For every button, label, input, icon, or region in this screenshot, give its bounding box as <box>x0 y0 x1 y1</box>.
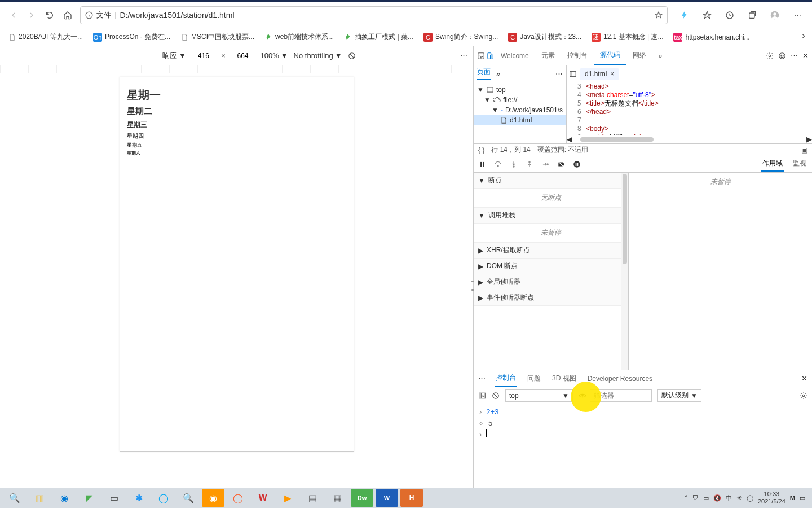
feedback-icon[interactable] <box>778 52 786 60</box>
hbuilder-icon[interactable]: H <box>400 489 423 507</box>
step-out-icon[interactable] <box>526 160 533 168</box>
acc-event-bp[interactable]: ▶事件侦听器断点 <box>474 290 628 306</box>
bookmarks-overflow-icon[interactable] <box>800 32 807 42</box>
edge-browser-icon[interactable]: ◉ <box>53 489 76 507</box>
tray-up-icon[interactable]: ˄ <box>685 494 688 502</box>
tray-app-icon[interactable]: ◯ <box>747 494 753 502</box>
tab-overflow[interactable]: » <box>653 46 668 65</box>
drawer-tab-console[interactable]: 控制台 <box>495 370 517 387</box>
acc-callstack[interactable]: ▼调用堆栈 <box>474 208 628 224</box>
context-select[interactable]: top▼ <box>505 389 573 402</box>
inspect-icon[interactable] <box>477 52 485 60</box>
responsive-select[interactable]: 响应 ▼ <box>162 51 186 61</box>
bookmark-item[interactable]: CJava设计模式：23... <box>505 30 585 43</box>
dreamweaver-icon[interactable]: Dw <box>351 489 373 507</box>
format-button[interactable]: { } <box>478 146 484 154</box>
bookmark-item[interactable]: CSwing简介：Swing... <box>420 30 501 43</box>
taskbar-clock[interactable]: 10:332021/5/24 <box>758 491 785 505</box>
clear-console-icon[interactable] <box>492 392 500 400</box>
live-expression-icon[interactable] <box>579 392 586 400</box>
zoom-select[interactable]: 100% ▼ <box>260 51 288 60</box>
app-icon-7[interactable]: ◯ <box>227 489 249 507</box>
acc-listeners[interactable]: ▶全局侦听器 <box>474 274 628 290</box>
app-icon-4[interactable]: ◯ <box>152 489 175 507</box>
app-icon-5[interactable]: 🔍 <box>177 489 200 507</box>
tray-volume-icon[interactable]: 🔇 <box>713 494 721 502</box>
viewport-height-input[interactable] <box>231 50 254 62</box>
tray-ime-icon[interactable]: 中 <box>726 494 732 502</box>
tab-scope[interactable]: 作用域 <box>761 156 784 172</box>
profile-avatar[interactable] <box>765 6 785 24</box>
bookmark-item[interactable]: 2020BAJT等九大一... <box>5 30 86 43</box>
acc-breakpoints[interactable]: ▼断点 <box>474 173 628 189</box>
bookmark-item[interactable]: taxhttpsetax.henan.chi... <box>670 30 753 43</box>
rendered-page[interactable]: 星期一 星期二 星期三 星期四 星期五 星期六 <box>120 77 354 452</box>
app-icon-3[interactable]: ✱ <box>127 489 150 507</box>
throttling-select[interactable]: No throttling ▼ <box>294 51 342 60</box>
nav-back-button[interactable] <box>5 6 23 24</box>
deactivate-bp-icon[interactable] <box>557 160 565 168</box>
rotate-icon[interactable] <box>348 52 356 60</box>
step-into-icon[interactable] <box>510 160 518 168</box>
acc-dom[interactable]: ▶DOM 断点 <box>474 259 628 274</box>
drawer-tab-issues[interactable]: 问题 <box>526 371 542 386</box>
site-info-icon[interactable] <box>85 11 93 19</box>
console-sidebar-icon[interactable] <box>478 392 486 400</box>
device-menu-icon[interactable]: ⋯ <box>460 51 467 60</box>
file-tree[interactable]: ▼top ▼file:// ▼D:/work/java1501/s d1.htm… <box>474 82 566 143</box>
nav-forward-button[interactable] <box>23 6 41 24</box>
acc-xhr[interactable]: ▶XHR/提取断点 <box>474 243 628 259</box>
tab-watch[interactable]: 监视 <box>792 156 807 172</box>
pause-icon[interactable] <box>478 160 486 168</box>
page-nav-menu-icon[interactable]: ⋯ <box>555 69 563 78</box>
tab-network[interactable]: 网络 <box>627 46 652 65</box>
app-icon-6[interactable]: ◉ <box>202 489 224 507</box>
device-toggle-icon[interactable] <box>486 52 494 60</box>
step-icon[interactable] <box>541 160 549 168</box>
history-icon[interactable] <box>720 6 740 24</box>
step-over-icon[interactable] <box>494 160 502 168</box>
console-filter-input[interactable] <box>590 389 652 402</box>
pause-exceptions-icon[interactable] <box>573 160 581 168</box>
app-icon-2[interactable]: ▭ <box>103 489 125 507</box>
viewport-width-input[interactable] <box>192 50 215 62</box>
wps-icon[interactable]: W <box>251 489 274 507</box>
tab-console[interactable]: 控制台 <box>562 46 593 65</box>
drawer-tab-3d[interactable]: 3D 视图 <box>551 371 577 386</box>
bookmark-item[interactable]: 速12.1 基本概念 | 速... <box>588 30 667 43</box>
nav-refresh-button[interactable] <box>41 6 59 24</box>
drawer-tab-devres[interactable]: Developer Resources <box>586 372 654 386</box>
tray-notifications-icon[interactable]: ▭ <box>800 494 805 502</box>
tab-elements[interactable]: 元素 <box>536 46 561 65</box>
favorite-star-icon[interactable] <box>655 11 663 19</box>
bookmark-item[interactable]: MSCI中国板块股票... <box>177 30 258 43</box>
tray-weather-icon[interactable]: ☀ <box>736 494 742 502</box>
tab-sources[interactable]: 源代码 <box>594 46 626 65</box>
devtools-menu-icon[interactable]: ⋯ <box>791 51 798 60</box>
notepad-icon[interactable]: ▤ <box>301 489 324 507</box>
editor-hscroll[interactable]: ◀▶ <box>567 135 812 143</box>
bookmark-item[interactable]: web前端技术体系... <box>261 30 337 43</box>
app-icon-8[interactable]: ▶ <box>276 489 299 507</box>
drawer-close-icon[interactable]: ✕ <box>801 374 807 383</box>
sidebar-toggle-icon[interactable] <box>569 70 577 78</box>
collections-icon[interactable] <box>742 6 762 24</box>
search-icon[interactable]: 🔍 <box>3 489 26 507</box>
bookmark-item[interactable]: 抽象工厂模式 | 菜... <box>341 30 417 43</box>
browser-menu-icon[interactable]: ⋯ <box>787 6 807 24</box>
tray-battery-icon[interactable]: ▭ <box>703 494 709 502</box>
tray-lang-icon[interactable]: M <box>790 494 795 501</box>
tray-shield-icon[interactable]: ⛉ <box>692 494 699 501</box>
page-nav-overflow[interactable]: » <box>496 69 500 78</box>
page-nav-tab[interactable]: 页面 <box>477 67 491 80</box>
devtools-close-icon[interactable]: ✕ <box>802 51 809 60</box>
log-level-select[interactable]: 默认级别▼ <box>657 389 701 402</box>
address-bar[interactable]: 文件 | D:/work/java1501/station/d1.html <box>80 6 668 24</box>
app-icon-1[interactable]: ◤ <box>78 489 100 507</box>
word-icon[interactable]: W <box>376 489 398 507</box>
xunlei-icon[interactable] <box>674 6 695 24</box>
drawer-menu-icon[interactable]: ⋯ <box>478 374 486 383</box>
editor-tab[interactable]: d1.html× <box>580 68 619 80</box>
console-settings-icon[interactable] <box>800 392 807 400</box>
file-explorer-icon[interactable]: ▥ <box>28 489 51 507</box>
